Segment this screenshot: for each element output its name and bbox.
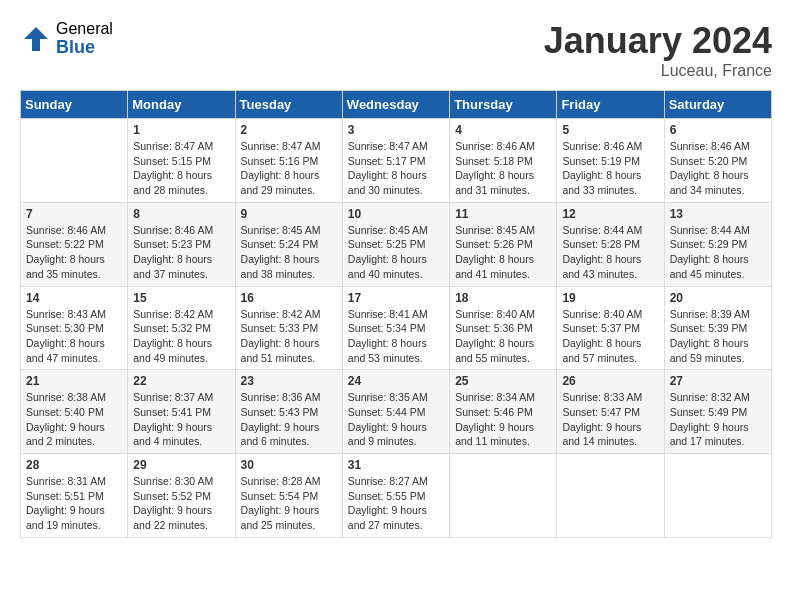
day-number: 14 bbox=[26, 291, 122, 305]
calendar-day-cell: 4 Sunrise: 8:46 AMSunset: 5:18 PMDayligh… bbox=[450, 119, 557, 203]
calendar-day-cell: 22 Sunrise: 8:37 AMSunset: 5:41 PMDaylig… bbox=[128, 370, 235, 454]
calendar-day-cell: 6 Sunrise: 8:46 AMSunset: 5:20 PMDayligh… bbox=[664, 119, 771, 203]
day-info: Sunrise: 8:36 AMSunset: 5:43 PMDaylight:… bbox=[241, 390, 337, 449]
day-number: 2 bbox=[241, 123, 337, 137]
day-info: Sunrise: 8:46 AMSunset: 5:18 PMDaylight:… bbox=[455, 139, 551, 198]
calendar-day-cell: 24 Sunrise: 8:35 AMSunset: 5:44 PMDaylig… bbox=[342, 370, 449, 454]
day-number: 19 bbox=[562, 291, 658, 305]
logo-general: General bbox=[56, 20, 113, 38]
calendar-day-cell: 7 Sunrise: 8:46 AMSunset: 5:22 PMDayligh… bbox=[21, 202, 128, 286]
calendar-day-cell bbox=[557, 454, 664, 538]
day-info: Sunrise: 8:31 AMSunset: 5:51 PMDaylight:… bbox=[26, 474, 122, 533]
calendar-day-cell: 21 Sunrise: 8:38 AMSunset: 5:40 PMDaylig… bbox=[21, 370, 128, 454]
calendar-day-cell: 19 Sunrise: 8:40 AMSunset: 5:37 PMDaylig… bbox=[557, 286, 664, 370]
calendar-day-cell: 27 Sunrise: 8:32 AMSunset: 5:49 PMDaylig… bbox=[664, 370, 771, 454]
calendar-day-cell: 28 Sunrise: 8:31 AMSunset: 5:51 PMDaylig… bbox=[21, 454, 128, 538]
day-number: 22 bbox=[133, 374, 229, 388]
day-info: Sunrise: 8:42 AMSunset: 5:33 PMDaylight:… bbox=[241, 307, 337, 366]
calendar-day-cell: 25 Sunrise: 8:34 AMSunset: 5:46 PMDaylig… bbox=[450, 370, 557, 454]
calendar-week-row: 7 Sunrise: 8:46 AMSunset: 5:22 PMDayligh… bbox=[21, 202, 772, 286]
day-info: Sunrise: 8:40 AMSunset: 5:37 PMDaylight:… bbox=[562, 307, 658, 366]
month-title: January 2024 bbox=[544, 20, 772, 62]
day-number: 7 bbox=[26, 207, 122, 221]
calendar-day-cell bbox=[664, 454, 771, 538]
calendar-day-cell: 11 Sunrise: 8:45 AMSunset: 5:26 PMDaylig… bbox=[450, 202, 557, 286]
calendar-day-cell: 17 Sunrise: 8:41 AMSunset: 5:34 PMDaylig… bbox=[342, 286, 449, 370]
calendar-day-cell: 29 Sunrise: 8:30 AMSunset: 5:52 PMDaylig… bbox=[128, 454, 235, 538]
day-number: 8 bbox=[133, 207, 229, 221]
day-info: Sunrise: 8:37 AMSunset: 5:41 PMDaylight:… bbox=[133, 390, 229, 449]
calendar-day-cell: 30 Sunrise: 8:28 AMSunset: 5:54 PMDaylig… bbox=[235, 454, 342, 538]
calendar-week-row: 1 Sunrise: 8:47 AMSunset: 5:15 PMDayligh… bbox=[21, 119, 772, 203]
calendar-day-cell: 8 Sunrise: 8:46 AMSunset: 5:23 PMDayligh… bbox=[128, 202, 235, 286]
day-number: 16 bbox=[241, 291, 337, 305]
day-number: 13 bbox=[670, 207, 766, 221]
day-info: Sunrise: 8:44 AMSunset: 5:28 PMDaylight:… bbox=[562, 223, 658, 282]
calendar-table: SundayMondayTuesdayWednesdayThursdayFrid… bbox=[20, 90, 772, 538]
day-number: 21 bbox=[26, 374, 122, 388]
day-info: Sunrise: 8:45 AMSunset: 5:24 PMDaylight:… bbox=[241, 223, 337, 282]
calendar-day-cell: 1 Sunrise: 8:47 AMSunset: 5:15 PMDayligh… bbox=[128, 119, 235, 203]
calendar-week-row: 28 Sunrise: 8:31 AMSunset: 5:51 PMDaylig… bbox=[21, 454, 772, 538]
weekday-header: Friday bbox=[557, 91, 664, 119]
day-info: Sunrise: 8:41 AMSunset: 5:34 PMDaylight:… bbox=[348, 307, 444, 366]
day-number: 24 bbox=[348, 374, 444, 388]
day-number: 15 bbox=[133, 291, 229, 305]
day-info: Sunrise: 8:42 AMSunset: 5:32 PMDaylight:… bbox=[133, 307, 229, 366]
day-number: 9 bbox=[241, 207, 337, 221]
calendar-day-cell: 26 Sunrise: 8:33 AMSunset: 5:47 PMDaylig… bbox=[557, 370, 664, 454]
day-info: Sunrise: 8:43 AMSunset: 5:30 PMDaylight:… bbox=[26, 307, 122, 366]
day-number: 29 bbox=[133, 458, 229, 472]
weekday-header: Thursday bbox=[450, 91, 557, 119]
day-info: Sunrise: 8:27 AMSunset: 5:55 PMDaylight:… bbox=[348, 474, 444, 533]
day-number: 18 bbox=[455, 291, 551, 305]
location: Luceau, France bbox=[544, 62, 772, 80]
day-info: Sunrise: 8:46 AMSunset: 5:20 PMDaylight:… bbox=[670, 139, 766, 198]
day-info: Sunrise: 8:30 AMSunset: 5:52 PMDaylight:… bbox=[133, 474, 229, 533]
day-number: 11 bbox=[455, 207, 551, 221]
day-number: 12 bbox=[562, 207, 658, 221]
day-number: 6 bbox=[670, 123, 766, 137]
day-info: Sunrise: 8:38 AMSunset: 5:40 PMDaylight:… bbox=[26, 390, 122, 449]
calendar-day-cell: 2 Sunrise: 8:47 AMSunset: 5:16 PMDayligh… bbox=[235, 119, 342, 203]
calendar-day-cell: 16 Sunrise: 8:42 AMSunset: 5:33 PMDaylig… bbox=[235, 286, 342, 370]
day-info: Sunrise: 8:44 AMSunset: 5:29 PMDaylight:… bbox=[670, 223, 766, 282]
day-number: 10 bbox=[348, 207, 444, 221]
weekday-header: Wednesday bbox=[342, 91, 449, 119]
calendar-day-cell bbox=[450, 454, 557, 538]
logo-blue: Blue bbox=[56, 38, 113, 58]
day-info: Sunrise: 8:45 AMSunset: 5:26 PMDaylight:… bbox=[455, 223, 551, 282]
calendar-day-cell: 14 Sunrise: 8:43 AMSunset: 5:30 PMDaylig… bbox=[21, 286, 128, 370]
day-info: Sunrise: 8:46 AMSunset: 5:19 PMDaylight:… bbox=[562, 139, 658, 198]
calendar-day-cell: 3 Sunrise: 8:47 AMSunset: 5:17 PMDayligh… bbox=[342, 119, 449, 203]
day-number: 31 bbox=[348, 458, 444, 472]
logo: General Blue bbox=[20, 20, 113, 57]
day-number: 1 bbox=[133, 123, 229, 137]
weekday-header: Saturday bbox=[664, 91, 771, 119]
title-block: January 2024 Luceau, France bbox=[544, 20, 772, 80]
calendar-day-cell: 18 Sunrise: 8:40 AMSunset: 5:36 PMDaylig… bbox=[450, 286, 557, 370]
weekday-header: Monday bbox=[128, 91, 235, 119]
day-number: 26 bbox=[562, 374, 658, 388]
calendar-day-cell: 5 Sunrise: 8:46 AMSunset: 5:19 PMDayligh… bbox=[557, 119, 664, 203]
day-info: Sunrise: 8:46 AMSunset: 5:22 PMDaylight:… bbox=[26, 223, 122, 282]
calendar-day-cell: 12 Sunrise: 8:44 AMSunset: 5:28 PMDaylig… bbox=[557, 202, 664, 286]
calendar-week-row: 21 Sunrise: 8:38 AMSunset: 5:40 PMDaylig… bbox=[21, 370, 772, 454]
calendar-day-cell: 9 Sunrise: 8:45 AMSunset: 5:24 PMDayligh… bbox=[235, 202, 342, 286]
day-number: 3 bbox=[348, 123, 444, 137]
day-number: 30 bbox=[241, 458, 337, 472]
day-number: 5 bbox=[562, 123, 658, 137]
day-number: 20 bbox=[670, 291, 766, 305]
logo-text: General Blue bbox=[56, 20, 113, 57]
day-info: Sunrise: 8:47 AMSunset: 5:17 PMDaylight:… bbox=[348, 139, 444, 198]
day-info: Sunrise: 8:34 AMSunset: 5:46 PMDaylight:… bbox=[455, 390, 551, 449]
day-info: Sunrise: 8:28 AMSunset: 5:54 PMDaylight:… bbox=[241, 474, 337, 533]
calendar-day-cell: 20 Sunrise: 8:39 AMSunset: 5:39 PMDaylig… bbox=[664, 286, 771, 370]
weekday-header: Tuesday bbox=[235, 91, 342, 119]
calendar-day-cell: 15 Sunrise: 8:42 AMSunset: 5:32 PMDaylig… bbox=[128, 286, 235, 370]
day-info: Sunrise: 8:35 AMSunset: 5:44 PMDaylight:… bbox=[348, 390, 444, 449]
day-info: Sunrise: 8:33 AMSunset: 5:47 PMDaylight:… bbox=[562, 390, 658, 449]
svg-marker-0 bbox=[24, 27, 48, 51]
calendar-day-cell bbox=[21, 119, 128, 203]
day-info: Sunrise: 8:46 AMSunset: 5:23 PMDaylight:… bbox=[133, 223, 229, 282]
